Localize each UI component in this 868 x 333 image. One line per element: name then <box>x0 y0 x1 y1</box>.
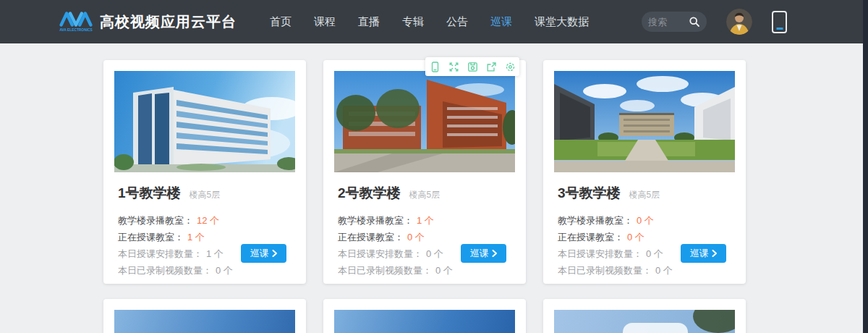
phone-icon[interactable] <box>772 11 787 33</box>
nav-item-albums[interactable]: 专辑 <box>402 15 424 29</box>
nav-item-patrol[interactable]: 巡课 <box>490 15 512 29</box>
building-photo-3[interactable] <box>554 71 735 172</box>
site-title: 高校视频应用云平台 <box>100 12 237 32</box>
building-cards-row-2 <box>103 299 746 333</box>
main-nav: 首页 课程 直播 专辑 公告 巡课 课堂大数据 <box>270 15 589 29</box>
building-2-image <box>334 71 515 172</box>
chevron-right-icon <box>712 250 718 257</box>
stat-today-recorded: 本日已录制视频数量： 0 个 <box>118 262 295 279</box>
phone-home-bar <box>776 28 783 30</box>
building-subtitle: 楼高5层 <box>629 189 660 201</box>
nav-item-live[interactable]: 直播 <box>358 15 380 29</box>
nav-item-home[interactable]: 首页 <box>270 15 292 29</box>
building-card-6 <box>543 299 746 333</box>
search-input[interactable] <box>648 17 689 28</box>
expand-icon[interactable] <box>444 57 463 76</box>
brand-logo[interactable]: AVA ELECTRONICS <box>59 9 93 35</box>
top-header: AVA ELECTRONICS 高校视频应用云平台 首页 课程 直播 专辑 公告… <box>0 0 868 43</box>
patrol-button[interactable]: 巡课 <box>241 244 286 263</box>
scrollbar-track[interactable] <box>863 0 868 333</box>
brand-text: AVA ELECTRONICS <box>59 28 93 32</box>
stat-recording-rooms: 教学楼录播教室： 12 个 <box>118 212 295 229</box>
chevron-right-icon <box>492 250 498 257</box>
building-card-1: 1号教学楼 楼高5层 教学楼录播教室： 12 个 正在授课教室： 1 个 本日授… <box>103 60 306 284</box>
page: AVA ELECTRONICS 高校视频应用云平台 首页 课程 直播 专辑 公告… <box>0 0 868 333</box>
building-title: 1号教学楼 <box>118 184 181 203</box>
patrol-button[interactable]: 巡课 <box>461 244 506 263</box>
avatar-image <box>726 9 752 35</box>
cloud-decoration <box>623 323 688 333</box>
building-photo-2[interactable] <box>334 71 515 172</box>
patrol-button[interactable]: 巡课 <box>681 244 726 263</box>
building-title: 3号教学楼 <box>558 184 621 203</box>
stat-teaching-rooms: 正在授课教室： 0 个 <box>558 229 735 245</box>
save-icon[interactable] <box>463 57 482 76</box>
stat-recording-rooms: 教学楼录播教室： 1 个 <box>338 212 515 229</box>
building-card-3: 3号教学楼 楼高5层 教学楼录播教室： 0 个 正在授课教室： 0 个 本日授课… <box>543 60 746 284</box>
card-hover-toolbar <box>425 57 519 76</box>
nav-item-announcements[interactable]: 公告 <box>446 15 468 29</box>
settings-icon[interactable] <box>501 57 519 76</box>
search-box <box>642 12 707 32</box>
stat-today-recorded: 本日已录制视频数量： 0 个 <box>338 262 515 279</box>
building-3-image <box>554 71 735 172</box>
chevron-right-icon <box>272 250 278 257</box>
device-icon[interactable] <box>425 57 444 76</box>
nav-item-classroom-bigdata[interactable]: 课堂大数据 <box>535 15 589 29</box>
building-card-4 <box>103 299 306 333</box>
nav-item-courses[interactable]: 课程 <box>314 15 336 29</box>
building-1-image <box>114 71 295 172</box>
user-avatar[interactable] <box>726 9 752 35</box>
building-photo-5[interactable] <box>334 310 515 333</box>
stat-teaching-rooms: 正在授课教室： 1 个 <box>118 229 295 245</box>
share-icon[interactable] <box>482 57 501 76</box>
phone-notch <box>776 13 783 14</box>
stat-teaching-rooms: 正在授课教室： 0 个 <box>338 229 515 245</box>
ava-logo-icon: AVA ELECTRONICS <box>59 9 93 35</box>
building-photo-6[interactable] <box>554 310 735 333</box>
tree-branch-decoration <box>693 310 735 333</box>
building-card-2: 2号教学楼 楼高5层 教学楼录播教室： 1 个 正在授课教室： 0 个 本日授课… <box>323 60 526 284</box>
building-subtitle: 楼高5层 <box>190 189 221 201</box>
building-card-5 <box>323 299 526 333</box>
building-subtitle: 楼高5层 <box>409 189 441 201</box>
stat-today-recorded: 本日已录制视频数量： 0 个 <box>558 262 735 279</box>
building-cards-row-1: 1号教学楼 楼高5层 教学楼录播教室： 12 个 正在授课教室： 1 个 本日授… <box>103 60 746 284</box>
building-title: 2号教学楼 <box>338 184 401 203</box>
building-photo-1[interactable] <box>114 71 295 172</box>
stat-recording-rooms: 教学楼录播教室： 0 个 <box>558 212 735 229</box>
search-icon[interactable] <box>689 16 700 28</box>
building-photo-4[interactable] <box>114 310 295 333</box>
